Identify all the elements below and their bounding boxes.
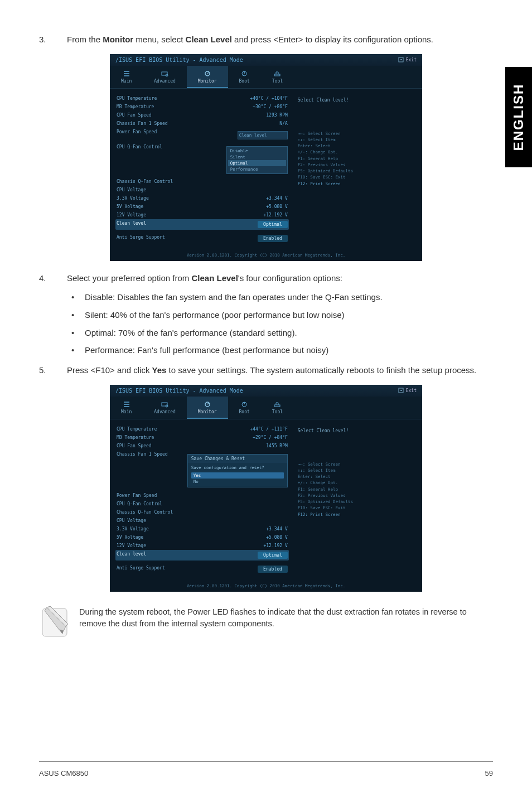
row2-cpu-qfan: CPU Q-Fan Control <box>115 500 289 508</box>
bios-body-2: CPU Temperature+44°C / +111°F MB Tempera… <box>110 419 422 580</box>
save-dialog: Save Changes & Reset Save configuration … <box>187 454 288 487</box>
bios-help-pane: Select Clean level! →←: Select Screen↑↓:… <box>294 94 417 244</box>
bullet-disable: •Disable: Disables the fan system and th… <box>67 291 493 303</box>
row-clean-level: Clean levelOptimal <box>115 219 289 230</box>
row2-anti-surge: Anti Surge SupportEnabled <box>115 564 289 574</box>
bullet-silent: •Silent: 40% of the fan's performance (p… <box>67 309 493 321</box>
clean-level-value: Optimal <box>258 221 288 228</box>
tool-icon <box>273 401 281 408</box>
row2-chassis-qfan: Chassis Q-Fan Control <box>115 508 289 516</box>
row2-cpu-temp: CPU Temperature+44°C / +111°F <box>115 425 289 433</box>
dd-silent: Silent <box>228 154 286 160</box>
row-12v: 12V Voltage+12.192 V <box>115 211 289 219</box>
clean-level-dropdown: Disable Silent Optimal Performance <box>226 146 288 174</box>
bios-tab-advanced: Advanced <box>143 66 187 88</box>
tool-icon <box>273 70 281 77</box>
row-power-fan: Power Fan Speed Clean level <box>115 128 289 143</box>
row2-5v: 5V Voltage+5.080 V <box>115 533 289 542</box>
svg-rect-1 <box>162 72 167 75</box>
pencil-note-icon <box>39 603 70 640</box>
row2-cpu-voltage: CPU Voltage <box>115 516 289 525</box>
step-4: 4. Select your preferred option from Cle… <box>39 272 493 285</box>
bios-tab-boot-2: Boot <box>228 397 261 419</box>
bios-tab-main: Main <box>110 66 143 88</box>
row2-chassis-fan: Chassis Fan 1 Speed Save Changes & Reset… <box>115 450 289 491</box>
list-icon <box>123 70 130 77</box>
bios-tab-advanced-2: Advanced <box>143 397 187 419</box>
page-content: 3. From the Monitor menu, select Clean L… <box>0 0 532 802</box>
row-chassis-fan: Chassis Fan 1 SpeedN/A <box>115 119 289 128</box>
row-anti-surge: Anti Surge SupportEnabled <box>115 233 289 244</box>
power-icon <box>240 401 248 408</box>
dd-optimal: Optimal <box>228 160 286 166</box>
bios-title: /ISUS EFI BIOS Utility - Advanced Mode <box>115 57 243 63</box>
monitor-icon <box>204 70 211 77</box>
gear-icon <box>161 70 169 77</box>
footer-divider <box>39 761 493 762</box>
svg-rect-5 <box>274 74 280 76</box>
bios-tab-tool: Tool <box>261 66 294 88</box>
page-footer: ASUS CM6850 59 <box>39 769 493 777</box>
save-dialog-body: Save configuration and reset? <box>191 465 284 470</box>
bios-version: Version 2.00.1201. Copyright (C) 2010 Am… <box>110 249 422 261</box>
row-mb-temp: MB Temperature+30°C / +86°F <box>115 103 289 111</box>
step-5-text: Press <F10> and click Yes to save your s… <box>67 364 493 377</box>
row2-power-fan: Power Fan Speed <box>115 491 289 500</box>
svg-rect-11 <box>274 405 280 407</box>
dd-performance: Performance <box>228 166 286 172</box>
power-icon <box>240 70 248 77</box>
list-icon <box>123 401 130 408</box>
bios-tab-tool-2: Tool <box>261 397 294 419</box>
step-3-number: 3. <box>39 33 67 46</box>
step-4-number: 4. <box>39 272 67 285</box>
help-keys-2: →←: Select Screen↑↓: Select ItemEnter: S… <box>298 461 413 518</box>
bullet-optimal: •Optimal: 70% of the fan's performance (… <box>67 327 493 339</box>
row2-mb-temp: MB Temperature+29°C / +84°F <box>115 433 289 442</box>
row2-3v: 3.3V Voltage+3.344 V <box>115 525 289 533</box>
bios-tab-monitor-2: Monitor <box>187 397 228 419</box>
bios-tab-monitor: Monitor <box>187 66 228 88</box>
bios-screenshot-2: /ISUS EFI BIOS Utility - Advanced Mode E… <box>110 385 422 592</box>
row-5v: 5V Voltage+5.080 V <box>115 202 289 211</box>
bios-version-2: Version 2.00.1201. Copyright (C) 2010 Am… <box>110 580 422 592</box>
save-dialog-yes: Yes <box>191 472 284 479</box>
step-5-number: 5. <box>39 364 67 377</box>
row-chassis-qfan: Chassis Q-Fan Control <box>115 177 289 186</box>
bios-exit: Exit <box>398 57 417 62</box>
dd-disable: Disable <box>228 148 286 154</box>
bios-tab-main-2: Main <box>110 397 143 419</box>
help-title: Select Clean level! <box>298 98 413 103</box>
bios-tab-boot: Boot <box>228 66 261 88</box>
bios-left-pane-2: CPU Temperature+44°C / +111°F MB Tempera… <box>115 425 289 574</box>
bios-exit-2: Exit <box>398 388 417 393</box>
row-3v: 3.3V Voltage+3.344 V <box>115 194 289 202</box>
gear-icon <box>161 401 169 408</box>
help-keys: →←: Select Screen↑↓: Select ItemEnter: S… <box>298 131 413 187</box>
clean-level-dropdown-title: Clean level <box>238 131 288 139</box>
bios-left-pane: CPU Temperature+40°C / +104°F MB Tempera… <box>115 94 289 244</box>
monitor-icon <box>204 401 211 408</box>
row-cpu-qfan: CPU Q-Fan Control Disable Silent Optimal… <box>115 143 289 177</box>
clean-level-options: •Disable: Disables the fan system and th… <box>67 291 493 356</box>
row-cpu-fan: CPU Fan Speed1293 RPM <box>115 111 289 119</box>
bullet-performance: •Performance: Fan's full performance (be… <box>67 344 493 356</box>
step-3-text: From the Monitor menu, select Clean Leve… <box>67 33 493 46</box>
footer-page-number: 59 <box>485 769 493 777</box>
bios-tab-bar-2: Main Advanced Monitor Boot Tool <box>110 397 422 419</box>
step-5: 5. Press <F10> and click Yes to save you… <box>39 364 493 377</box>
note-text: During the system reboot, the Power LED … <box>79 603 493 630</box>
bios-titlebar-2: /ISUS EFI BIOS Utility - Advanced Mode E… <box>110 385 422 397</box>
anti-surge-value: Enabled <box>258 235 288 242</box>
note-box: During the system reboot, the Power LED … <box>39 603 493 640</box>
step-4-text: Select your preferred option from Clean … <box>67 272 493 285</box>
save-dialog-no: No <box>191 479 284 485</box>
save-dialog-title: Save Changes & Reset <box>188 455 287 463</box>
row2-12v: 12V Voltage+12.192 V <box>115 542 289 550</box>
svg-rect-7 <box>162 403 167 406</box>
row-cpu-temp: CPU Temperature+40°C / +104°F <box>115 94 289 103</box>
footer-model: ASUS CM6850 <box>39 769 88 777</box>
step-3: 3. From the Monitor menu, select Clean L… <box>39 33 493 46</box>
bios-help-pane-2: Select Clean level! →←: Select Screen↑↓:… <box>294 425 417 574</box>
row2-clean-level: Clean levelOptimal <box>115 550 289 561</box>
bios-body: CPU Temperature+40°C / +104°F MB Tempera… <box>110 89 422 249</box>
